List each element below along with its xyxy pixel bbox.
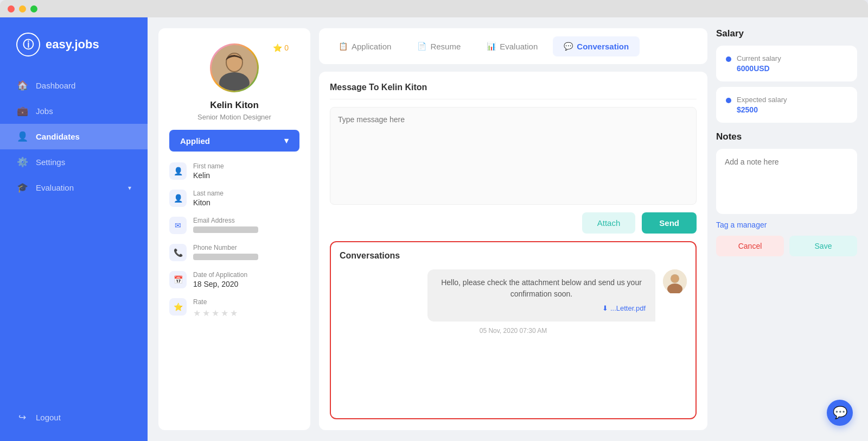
svg-point-7 [671, 275, 679, 282]
person-field2-icon: 👤 [169, 190, 187, 207]
home-icon: 🏠 [16, 80, 28, 91]
sidebar-item-logout[interactable]: ↪ Logout [0, 405, 148, 430]
star-icon: ⭐ [273, 43, 282, 52]
gear-icon: ⚙️ [16, 156, 28, 168]
chat-fab-button[interactable]: 💬 [827, 400, 853, 426]
avatar-wrapper [210, 43, 259, 92]
main-area: ⭐ 0 Kelin Kiton Senior M [148, 17, 868, 441]
current-salary-value: 6000USD [737, 64, 781, 73]
stars-row: ★ ★ ★ ★ ★ [193, 308, 299, 318]
tab-resume[interactable]: 📄 Resume [406, 36, 471, 56]
person-icon: 👤 [16, 131, 28, 142]
resume-icon: 📄 [417, 42, 426, 51]
message-text: Hello, please check the attachment below… [441, 278, 642, 298]
rate-row: ⭐ Rate ★ ★ ★ ★ ★ [169, 298, 299, 318]
convo-avatar [663, 269, 687, 293]
evaluation-icon: 📊 [487, 42, 496, 51]
message-header: Message To Kelin Kiton [330, 83, 697, 99]
tab-application[interactable]: 📋 Application [328, 36, 402, 56]
sidebar-item-jobs[interactable]: 💼 Jobs [0, 98, 148, 124]
sidebar-item-label: Evaluation [36, 183, 74, 192]
star-3[interactable]: ★ [212, 308, 219, 318]
sidebar: ⓘ easy.jobs 🏠 Dashboard 💼 Jobs 👤 Candida… [0, 17, 148, 441]
dropdown-arrow-icon: ▾ [284, 136, 289, 146]
sidebar-item-label: Dashboard [36, 81, 75, 90]
star-1[interactable]: ★ [193, 308, 201, 318]
tab-label: Evaluation [500, 42, 538, 51]
sidebar-logout-label: Logout [36, 413, 61, 422]
calendar-icon: 📅 [169, 271, 187, 288]
sidebar-item-label: Settings [36, 158, 65, 167]
date-row: 📅 Date of Application 18 Sep, 2020 [169, 271, 299, 288]
sidebar-item-settings[interactable]: ⚙️ Settings [0, 149, 148, 175]
star-5[interactable]: ★ [230, 308, 238, 318]
send-button[interactable]: Send [642, 212, 697, 234]
date-label: Date of Application [193, 271, 299, 279]
notes-section: Notes Tag a manager Cancel Save [716, 131, 857, 430]
action-row: Attach Send [330, 212, 697, 234]
firstname-row: 👤 First name Kelin [169, 162, 299, 180]
firstname-label: First name [193, 162, 299, 170]
attachment-link[interactable]: ⬇ ...Letter.pdf [437, 303, 646, 314]
sidebar-item-dashboard[interactable]: 🏠 Dashboard [0, 73, 148, 98]
tab-conversation[interactable]: 💬 Conversation [553, 36, 640, 56]
person-field-icon: 👤 [169, 162, 187, 180]
briefcase-icon: 💼 [16, 105, 28, 117]
email-label: Email Address [193, 217, 299, 224]
tab-label: Resume [430, 42, 461, 51]
current-salary-dot [726, 56, 731, 62]
attach-button[interactable]: Attach [582, 212, 636, 234]
expected-salary-dot [726, 98, 731, 103]
email-icon: ✉ [169, 217, 187, 234]
logo: ⓘ easy.jobs [0, 33, 148, 73]
conversations-section: Conversations Hello, please check the at… [330, 241, 697, 419]
phone-row: 📞 Phone Number [169, 244, 299, 261]
email-value-blurred [193, 226, 258, 233]
chevron-down-icon: ▾ [128, 184, 131, 192]
rate-label: Rate [193, 298, 299, 306]
app-container: ⓘ easy.jobs 🏠 Dashboard 💼 Jobs 👤 Candida… [0, 17, 868, 441]
graduation-icon: 🎓 [16, 182, 28, 193]
minimize-button[interactable] [19, 5, 26, 12]
tab-evaluation[interactable]: 📊 Evaluation [476, 36, 548, 56]
notes-input[interactable] [716, 149, 857, 214]
close-button[interactable] [8, 5, 15, 12]
cancel-button[interactable]: Cancel [716, 236, 784, 256]
candidate-title: Senior Motion Designer [197, 113, 271, 121]
status-label: Applied [180, 136, 210, 146]
app-name: easy.jobs [46, 37, 99, 52]
candidate-panel: ⭐ 0 Kelin Kiton Senior M [158, 28, 310, 430]
sidebar-item-label: Candidates [36, 132, 80, 141]
tab-label: Application [352, 42, 391, 51]
star-2[interactable]: ★ [202, 308, 210, 318]
notes-title: Notes [716, 131, 857, 142]
phone-value-blurred [193, 254, 258, 260]
sidebar-item-evaluation[interactable]: 🎓 Evaluation ▾ [0, 175, 148, 200]
chat-icon: 💬 [564, 42, 573, 51]
attachment-filename: ...Letter.pdf [610, 304, 646, 312]
message-input[interactable] [330, 107, 697, 205]
message-timestamp: 05 Nov, 2020 07:30 AM [340, 327, 687, 335]
tag-manager-link[interactable]: Tag a manager [716, 220, 857, 229]
candidate-name: Kelin Kiton [210, 100, 259, 111]
save-button[interactable]: Save [789, 236, 857, 256]
expected-salary-value: $2500 [737, 105, 787, 114]
phone-icon: 📞 [169, 244, 187, 261]
status-button[interactable]: Applied ▾ [169, 130, 299, 152]
info-section: 👤 First name Kelin 👤 Last name Kiton ✉ [169, 162, 299, 318]
maximize-button[interactable] [30, 5, 37, 12]
application-icon: 📋 [339, 42, 348, 51]
email-row: ✉ Email Address [169, 217, 299, 234]
sidebar-item-candidates[interactable]: 👤 Candidates [0, 124, 148, 149]
salary-section: Salary Current salary 6000USD Expected s… [716, 28, 857, 123]
right-panel: Salary Current salary 6000USD Expected s… [716, 28, 857, 430]
lastname-row: 👤 Last name Kiton [169, 190, 299, 207]
star-count: 0 [284, 43, 289, 52]
lastname-value: Kiton [193, 198, 299, 207]
notes-actions: Cancel Save [716, 236, 857, 256]
star-4[interactable]: ★ [221, 308, 228, 318]
conversation-area: Message To Kelin Kiton Attach Send Conve… [319, 72, 707, 430]
tab-label: Conversation [577, 42, 629, 51]
candidate-header: ⭐ 0 Kelin Kiton Senior M [169, 43, 299, 152]
window-chrome [0, 0, 868, 17]
